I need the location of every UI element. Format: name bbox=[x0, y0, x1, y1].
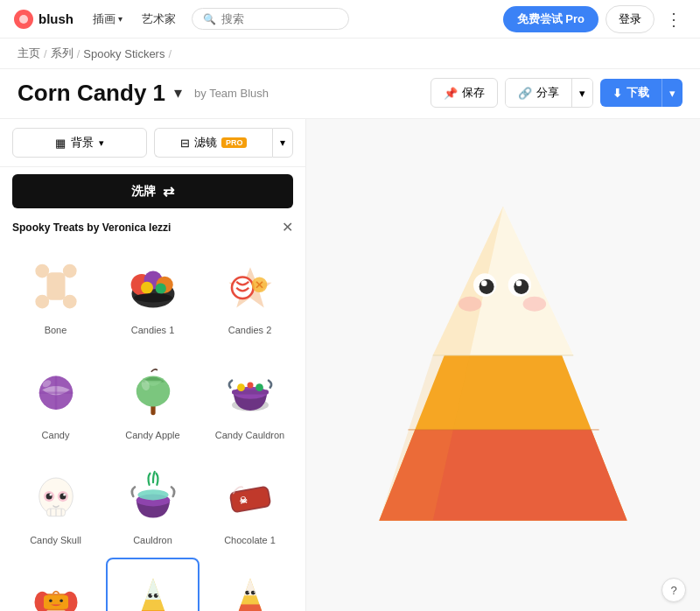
collection-close-button[interactable]: ✕ bbox=[282, 219, 293, 235]
shuffle-icon: ⇄ bbox=[163, 183, 174, 200]
svg-point-71 bbox=[248, 591, 249, 593]
more-button[interactable]: ⋮ bbox=[662, 5, 686, 33]
grid-item-label: Bone bbox=[45, 325, 67, 335]
corn-candy1-image bbox=[118, 566, 188, 611]
filter-dropdown-button[interactable]: ▾ bbox=[272, 128, 293, 158]
svg-point-70 bbox=[250, 591, 255, 595]
search-input[interactable] bbox=[221, 12, 338, 25]
bone-image bbox=[21, 251, 91, 321]
grid-item-label: Candy Skull bbox=[30, 535, 81, 545]
breadcrumb-collection[interactable]: Spooky Stickers bbox=[83, 47, 164, 60]
grid-item-label: Candies 2 bbox=[228, 325, 272, 335]
svg-point-83 bbox=[481, 280, 487, 286]
main-layout: ▦ 背景 ▾ ⊟ 滤镜 PRO ▾ 洗牌 ⇄ Spooky Treats by … bbox=[0, 119, 700, 611]
svg-rect-45 bbox=[230, 488, 270, 512]
grid-item-corn-candy-alt[interactable]: Corn Candy bbox=[9, 558, 102, 611]
svg-point-28 bbox=[237, 383, 245, 391]
header: blush 插画 ▾ 艺术家 🔍 免费尝试 Pro 登录 ⋮ bbox=[0, 0, 700, 39]
svg-point-87 bbox=[458, 297, 481, 312]
svg-point-63 bbox=[157, 594, 158, 596]
chocolate1-image: ☠ bbox=[215, 461, 285, 531]
logo-text: blush bbox=[38, 11, 74, 26]
nav-artists[interactable]: 艺术家 bbox=[133, 8, 185, 31]
svg-text:☠: ☠ bbox=[237, 495, 248, 507]
help-button[interactable]: ? bbox=[662, 578, 686, 602]
grid-item-corn-candy2[interactable]: Corn Candy 2 bbox=[203, 558, 297, 611]
breadcrumb-series[interactable]: 系列 bbox=[51, 46, 74, 61]
main-illustration bbox=[354, 188, 652, 547]
preview-area: ? bbox=[306, 119, 700, 611]
svg-rect-50 bbox=[44, 595, 68, 609]
svg-point-72 bbox=[254, 591, 256, 593]
svg-point-0 bbox=[19, 15, 28, 24]
page-title: Corn Candy 1 bbox=[18, 80, 165, 107]
share-button[interactable]: 🔗 分享 bbox=[506, 79, 572, 107]
filter-icon: ⊟ bbox=[180, 137, 190, 150]
svg-point-61 bbox=[153, 593, 158, 598]
svg-point-51 bbox=[49, 599, 52, 602]
grid-item-label: Candy bbox=[42, 430, 70, 440]
grid-item-label: Cauldron bbox=[133, 535, 172, 545]
grid-item-candies2[interactable]: Candies 2 bbox=[203, 242, 297, 344]
grid-item-chocolate1[interactable]: ☠ Chocolate 1 bbox=[203, 453, 297, 554]
share-button-group: 🔗 分享 ▾ bbox=[505, 78, 593, 108]
collection-title: Spooky Treats by Veronica Iezzi bbox=[12, 221, 171, 234]
grid-item-corn-candy1[interactable]: Corn Candy 1 bbox=[106, 558, 200, 611]
try-pro-button[interactable]: 免费尝试 Pro bbox=[503, 6, 598, 32]
grid-item-candy[interactable]: Candy bbox=[9, 348, 102, 449]
corn-candy-alt-image bbox=[21, 566, 91, 611]
svg-point-88 bbox=[523, 297, 546, 312]
svg-point-10 bbox=[141, 282, 153, 294]
breadcrumb-home[interactable]: 主页 bbox=[18, 46, 40, 61]
logo[interactable]: blush bbox=[14, 10, 74, 29]
background-button[interactable]: ▦ 背景 ▾ bbox=[12, 128, 147, 158]
grid-item-candy-cauldron[interactable]: Candy Cauldron bbox=[203, 348, 297, 449]
bg-chevron-icon: ▾ bbox=[99, 137, 104, 149]
svg-point-2 bbox=[35, 264, 49, 278]
candy-skull-image bbox=[21, 461, 91, 531]
search-icon: 🔍 bbox=[203, 13, 216, 25]
share-dropdown-button[interactable]: ▾ bbox=[572, 79, 592, 107]
download-dropdown-button[interactable]: ▾ bbox=[662, 79, 682, 107]
breadcrumb-sep-1: / bbox=[44, 47, 47, 60]
svg-point-82 bbox=[480, 279, 494, 294]
chevron-down-icon: ▾ bbox=[118, 14, 122, 24]
svg-point-43 bbox=[137, 489, 168, 500]
save-button[interactable]: 📌 保存 bbox=[430, 78, 498, 108]
candies1-image bbox=[118, 251, 188, 321]
main-nav: 插画 ▾ 艺术家 bbox=[84, 8, 185, 31]
title-dropdown-button[interactable]: ▾ bbox=[171, 83, 186, 102]
svg-rect-27 bbox=[232, 390, 269, 394]
grid-item-candy-skull[interactable]: Candy Skull bbox=[9, 453, 102, 554]
svg-point-5 bbox=[62, 295, 76, 309]
svg-point-69 bbox=[245, 591, 249, 595]
collection-header: Spooky Treats by Veronica Iezzi ✕ bbox=[0, 215, 305, 242]
grid-item-label: Chocolate 1 bbox=[224, 535, 276, 545]
candy-cauldron-image bbox=[215, 356, 285, 426]
filter-button-group: ⊟ 滤镜 PRO ▾ bbox=[154, 128, 293, 158]
download-button[interactable]: ⬇ 下载 bbox=[600, 79, 662, 107]
shuffle-button[interactable]: 洗牌 ⇄ bbox=[12, 174, 293, 208]
breadcrumb-sep-3: / bbox=[168, 47, 172, 60]
grid-item-candies1[interactable]: Candies 1 bbox=[106, 242, 200, 344]
svg-point-29 bbox=[247, 383, 253, 389]
title-bar: Corn Candy 1 ▾ by Team Blush 📌 保存 🔗 分享 ▾… bbox=[0, 69, 700, 119]
header-actions: 免费尝试 Pro 登录 ⋮ bbox=[503, 5, 686, 33]
svg-point-85 bbox=[514, 279, 528, 294]
breadcrumb-sep-2: / bbox=[77, 47, 80, 60]
filter-button[interactable]: ⊟ 滤镜 PRO bbox=[154, 128, 272, 158]
nav-illustrations[interactable]: 插画 ▾ bbox=[84, 8, 131, 31]
download-icon: ⬇ bbox=[612, 87, 622, 100]
login-button[interactable]: 登录 bbox=[606, 5, 654, 33]
sidebar-controls: ▦ 背景 ▾ ⊟ 滤镜 PRO ▾ bbox=[0, 119, 305, 167]
grid-item-label: Candy Apple bbox=[125, 430, 179, 440]
grid-item-cauldron[interactable]: Cauldron bbox=[106, 453, 200, 554]
grid-item-bone[interactable]: Bone bbox=[9, 242, 102, 344]
grid-item-candy-apple[interactable]: Candy Apple bbox=[106, 348, 200, 449]
title-subtitle: by Team Blush bbox=[194, 87, 269, 100]
svg-point-3 bbox=[62, 264, 76, 278]
svg-point-14 bbox=[232, 277, 254, 299]
cauldron-image bbox=[118, 461, 188, 531]
pro-badge: PRO bbox=[221, 137, 248, 148]
bg-icon: ▦ bbox=[55, 137, 66, 150]
